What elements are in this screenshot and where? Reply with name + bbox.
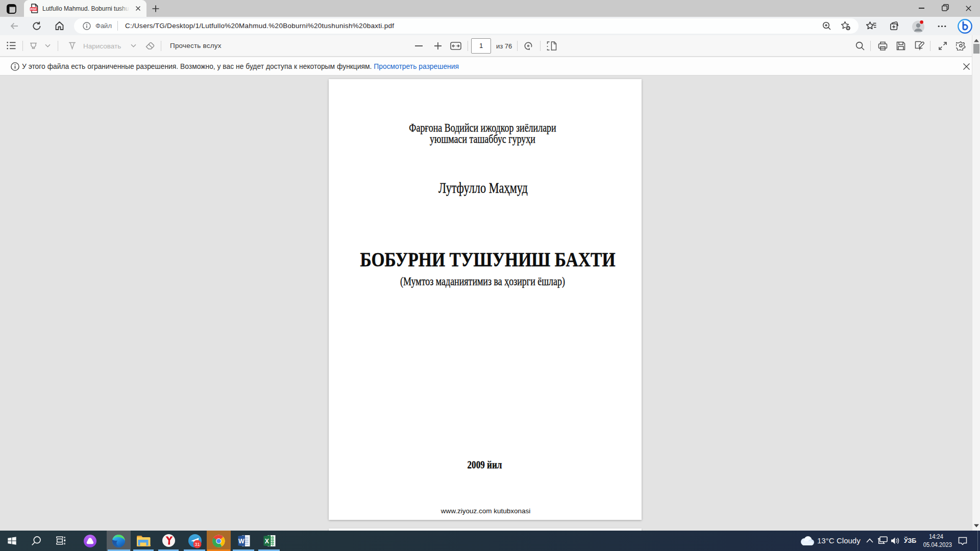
svg-text:31: 31 (194, 542, 200, 547)
svg-text:PDF: PDF (30, 8, 37, 11)
svg-text:W: W (238, 538, 244, 545)
svg-text:X: X (265, 538, 270, 545)
